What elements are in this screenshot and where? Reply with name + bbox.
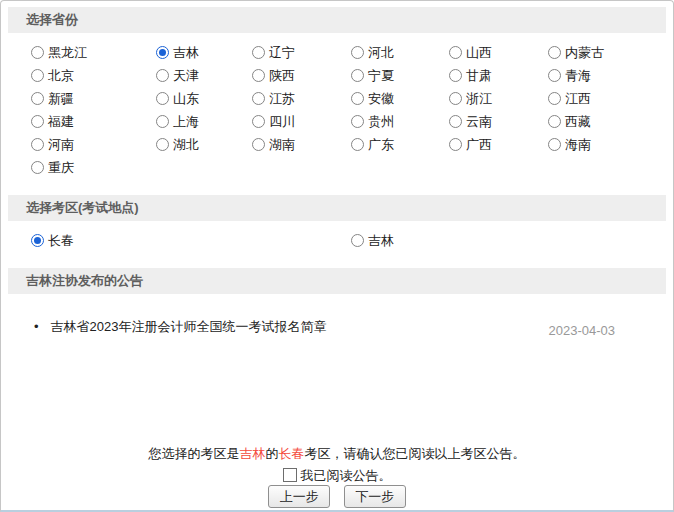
province-label: 江苏 [269,91,295,106]
exam-area-options: 长春 吉林 [1,229,673,252]
radio-icon[interactable] [252,46,265,59]
province-option-zhejiang[interactable]: 浙江 [449,87,548,110]
province-option-jiangsu[interactable]: 江苏 [252,87,351,110]
province-label: 山西 [466,45,492,60]
exam-area-option-changchun[interactable]: 长春 [31,229,351,252]
province-option-anhui[interactable]: 安徽 [351,87,449,110]
province-label: 河北 [368,45,394,60]
radio-icon[interactable] [548,115,561,128]
radio-icon[interactable] [449,115,462,128]
province-option-chongqing[interactable]: 重庆 [31,156,156,179]
province-option-shanxi[interactable]: 山西 [449,41,548,64]
confirmation-city-highlight: 长春 [279,446,305,461]
province-option-shaanxi[interactable]: 陕西 [252,64,351,87]
province-label: 黑龙江 [48,45,87,60]
radio-icon[interactable] [351,69,364,82]
province-label: 甘肃 [466,68,492,83]
confirmation-area: 您选择的考区是吉林的长春考区，请确认您已阅读以上考区公告。 我已阅读公告。 上一… [1,445,673,508]
read-announcement-checkbox-row[interactable]: 我已阅读公告。 [283,468,392,483]
radio-icon[interactable] [252,138,265,151]
radio-icon[interactable] [156,115,169,128]
confirmation-province-highlight: 吉林 [240,446,266,461]
province-label: 安徽 [368,91,394,106]
province-label: 海南 [565,137,591,152]
province-option-jilin[interactable]: 吉林 [156,41,252,64]
radio-icon[interactable] [449,46,462,59]
radio-icon[interactable] [351,234,364,247]
province-label: 湖南 [269,137,295,152]
province-option-gansu[interactable]: 甘肃 [449,64,548,87]
province-label: 广西 [466,137,492,152]
province-option-shanghai[interactable]: 上海 [156,110,252,133]
province-option-hebei[interactable]: 河北 [351,41,449,64]
province-label: 西藏 [565,114,591,129]
radio-icon[interactable] [351,138,364,151]
radio-icon[interactable] [252,92,265,105]
registration-page: 选择省份 黑龙江 吉林 辽宁 河北 山西 内蒙古 北京 天津 陕西 宁夏 甘肃 … [0,0,674,512]
province-label: 福建 [48,114,74,129]
province-label: 河南 [48,137,74,152]
radio-icon[interactable] [31,46,44,59]
province-option-qinghai[interactable]: 青海 [548,64,673,87]
radio-icon[interactable] [548,69,561,82]
province-option-fujian[interactable]: 福建 [31,110,156,133]
province-option-henan[interactable]: 河南 [31,133,156,156]
radio-icon[interactable] [351,115,364,128]
province-option-sichuan[interactable]: 四川 [252,110,351,133]
province-option-hunan[interactable]: 湖南 [252,133,351,156]
previous-step-button[interactable]: 上一步 [268,485,330,508]
province-option-liaoning[interactable]: 辽宁 [252,41,351,64]
radio-icon[interactable] [351,92,364,105]
radio-icon[interactable] [31,115,44,128]
province-label: 吉林 [173,45,199,60]
province-label: 陕西 [269,68,295,83]
radio-icon[interactable] [156,92,169,105]
province-option-jiangxi[interactable]: 江西 [548,87,673,110]
province-label: 山东 [173,91,199,106]
radio-icon[interactable] [252,115,265,128]
province-label: 云南 [466,114,492,129]
province-option-xizang[interactable]: 西藏 [548,110,673,133]
province-option-neimenggu[interactable]: 内蒙古 [548,41,673,64]
exam-area-label: 吉林 [368,233,394,248]
checkbox-unchecked-icon[interactable] [283,468,297,482]
exam-area-option-jilin[interactable]: 吉林 [351,229,394,252]
province-label: 内蒙古 [565,45,604,60]
radio-icon[interactable] [31,161,44,174]
radio-icon[interactable] [31,92,44,105]
radio-icon[interactable] [548,138,561,151]
radio-icon[interactable] [548,92,561,105]
province-option-ningxia[interactable]: 宁夏 [351,64,449,87]
province-label: 上海 [173,114,199,129]
province-option-guizhou[interactable]: 贵州 [351,110,449,133]
radio-icon[interactable] [156,138,169,151]
radio-icon[interactable] [449,92,462,105]
next-step-button[interactable]: 下一步 [344,485,406,508]
province-option-guangxi[interactable]: 广西 [449,133,548,156]
province-option-shandong[interactable]: 山东 [156,87,252,110]
radio-icon[interactable] [31,69,44,82]
province-option-yunnan[interactable]: 云南 [449,110,548,133]
radio-icon[interactable] [351,46,364,59]
exam-area-label: 长春 [48,233,74,248]
province-option-heilongjiang[interactable]: 黑龙江 [31,41,156,64]
announcement-item: •吉林省2023年注册会计师全国统一考试报名简章 2023-04-03 [1,294,673,338]
radio-icon[interactable] [449,138,462,151]
announcement-link[interactable]: •吉林省2023年注册会计师全国统一考试报名简章 [34,318,326,336]
province-option-guangdong[interactable]: 广东 [351,133,449,156]
radio-icon[interactable] [449,69,462,82]
radio-icon[interactable] [548,46,561,59]
radio-icon[interactable] [156,69,169,82]
province-option-hainan[interactable]: 海南 [548,133,673,156]
province-option-tianjin[interactable]: 天津 [156,64,252,87]
radio-icon[interactable] [252,69,265,82]
province-option-hubei[interactable]: 湖北 [156,133,252,156]
province-label: 北京 [48,68,74,83]
province-option-xinjiang[interactable]: 新疆 [31,87,156,110]
spacer [1,252,673,268]
radio-icon[interactable] [31,138,44,151]
button-row: 上一步 下一步 [1,485,673,508]
radio-selected-icon[interactable] [31,234,44,247]
radio-selected-icon[interactable] [156,46,169,59]
province-option-beijing[interactable]: 北京 [31,64,156,87]
